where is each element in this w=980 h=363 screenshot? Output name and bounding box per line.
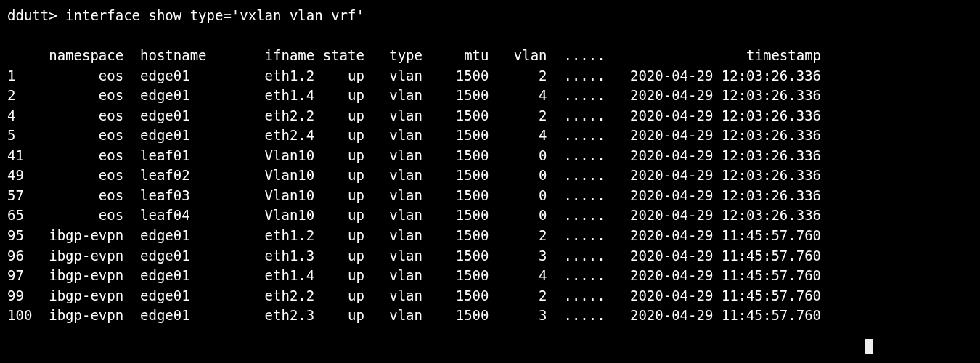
cell-namespace: ibgp-evpn (49, 266, 140, 286)
cell-mtu: 1500 (456, 186, 514, 206)
cell-namespace: ibgp-evpn (49, 286, 140, 306)
cell-vlan: 3 (514, 306, 564, 326)
cell-state: up (323, 186, 390, 206)
cell-index: 96 (7, 246, 49, 266)
cell-type: vlan (389, 166, 456, 186)
col-header-mtu: mtu (456, 46, 514, 66)
cell-vlan: 0 (514, 146, 564, 166)
cell-ellipsis: ..... (563, 306, 630, 326)
cell-ifname: eth2.3 (265, 306, 323, 326)
cell-namespace: eos (49, 205, 140, 226)
cell-ifname: Vlan10 (265, 166, 323, 186)
cell-state: up (323, 146, 390, 166)
cell-state: up (323, 246, 390, 266)
cell-hostname: edge01 (140, 66, 265, 86)
cell-mtu: 1500 (456, 246, 514, 266)
cell-vlan: 2 (514, 286, 564, 306)
cell-mtu: 1500 (456, 266, 514, 286)
cell-state: up (323, 306, 390, 326)
cell-state: up (323, 286, 390, 306)
cell-ifname: eth2.4 (265, 126, 323, 146)
output-table: namespace hostname ifname state type mtu… (7, 46, 821, 326)
cell-timestamp: 2020-04-29 12:03:26.336 (630, 126, 821, 146)
cell-index: 49 (7, 166, 49, 186)
shell-prompt: ddutt> (7, 7, 65, 23)
cell-hostname: edge01 (140, 306, 265, 326)
table-row: 65eosleaf04Vlan10upvlan15000.....2020-04… (7, 205, 821, 226)
cell-type: vlan (389, 205, 456, 226)
cell-vlan: 4 (514, 126, 564, 146)
cell-state: up (323, 226, 390, 246)
cell-mtu: 1500 (456, 86, 514, 106)
cell-state: up (323, 266, 390, 286)
table-row: 41eosleaf01Vlan10upvlan15000.....2020-04… (7, 146, 821, 166)
cell-state: up (323, 166, 390, 186)
table-row: 99ibgp-evpnedge01eth2.2upvlan15002.....2… (7, 286, 821, 306)
cell-state: up (323, 66, 390, 86)
table-row: 4eosedge01eth2.2upvlan15002.....2020-04-… (7, 106, 821, 126)
cell-state: up (323, 106, 390, 126)
cell-vlan: 2 (514, 226, 564, 246)
cell-type: vlan (389, 226, 456, 246)
cell-ifname: eth1.2 (265, 66, 323, 86)
cell-mtu: 1500 (456, 66, 514, 86)
cell-ifname: eth2.2 (265, 106, 323, 126)
table-row: 95ibgp-evpnedge01eth1.2upvlan15002.....2… (7, 226, 821, 246)
cell-index: 97 (7, 266, 49, 286)
cell-type: vlan (389, 186, 456, 206)
cell-hostname: leaf03 (140, 186, 265, 206)
col-header-ifname: ifname (265, 46, 323, 66)
cell-namespace: eos (49, 86, 140, 106)
cell-vlan: 0 (514, 186, 564, 206)
cell-timestamp: 2020-04-29 12:03:26.336 (630, 86, 821, 106)
cell-ellipsis: ..... (563, 126, 630, 146)
cell-mtu: 1500 (456, 226, 514, 246)
cell-type: vlan (389, 246, 456, 266)
cell-state: up (323, 205, 390, 226)
col-header-state: state (323, 46, 390, 66)
cell-ifname: eth1.3 (265, 246, 323, 266)
cell-type: vlan (389, 286, 456, 306)
command-line[interactable]: ddutt> interface show type='vxlan vlan v… (7, 6, 973, 26)
table-row: 57eosleaf03Vlan10upvlan15000.....2020-04… (7, 186, 821, 206)
cell-namespace: eos (49, 186, 140, 206)
cell-index: 99 (7, 286, 49, 306)
cell-ifname: eth1.2 (265, 226, 323, 246)
cell-hostname: edge01 (140, 86, 265, 106)
cell-ifname: Vlan10 (265, 186, 323, 206)
cell-timestamp: 2020-04-29 12:03:26.336 (630, 166, 821, 186)
cell-hostname: leaf01 (140, 146, 265, 166)
cell-ellipsis: ..... (563, 286, 630, 306)
cell-ellipsis: ..... (563, 166, 630, 186)
cell-index: 1 (7, 66, 49, 86)
cell-index: 5 (7, 126, 49, 146)
cell-hostname: edge01 (140, 266, 265, 286)
cell-index: 4 (7, 106, 49, 126)
cell-ifname: eth1.4 (265, 266, 323, 286)
cell-index: 57 (7, 186, 49, 206)
cell-vlan: 2 (514, 106, 564, 126)
cell-timestamp: 2020-04-29 12:03:26.336 (630, 186, 821, 206)
cell-type: vlan (389, 266, 456, 286)
cell-namespace: ibgp-evpn (49, 246, 140, 266)
cell-vlan: 4 (514, 266, 564, 286)
cell-ellipsis: ..... (563, 205, 630, 226)
cell-mtu: 1500 (456, 126, 514, 146)
table-row: 2eosedge01eth1.4upvlan15004.....2020-04-… (7, 86, 821, 106)
table-row: 49eosleaf02Vlan10upvlan15000.....2020-04… (7, 166, 821, 186)
cell-timestamp: 2020-04-29 11:45:57.760 (630, 306, 821, 326)
cell-ifname: eth1.4 (265, 86, 323, 106)
cell-index: 41 (7, 146, 49, 166)
cell-timestamp: 2020-04-29 12:03:26.336 (630, 205, 821, 226)
cell-ellipsis: ..... (563, 186, 630, 206)
table-row: 5eosedge01eth2.4upvlan15004.....2020-04-… (7, 126, 821, 146)
cell-hostname: edge01 (140, 106, 265, 126)
col-header-namespace: namespace (49, 46, 140, 66)
cell-timestamp: 2020-04-29 12:03:26.336 (630, 146, 821, 166)
cell-vlan: 3 (514, 246, 564, 266)
cell-namespace: eos (49, 166, 140, 186)
cell-mtu: 1500 (456, 306, 514, 326)
cell-index: 100 (7, 306, 49, 326)
cell-hostname: edge01 (140, 246, 265, 266)
col-header-vlan: vlan (514, 46, 564, 66)
